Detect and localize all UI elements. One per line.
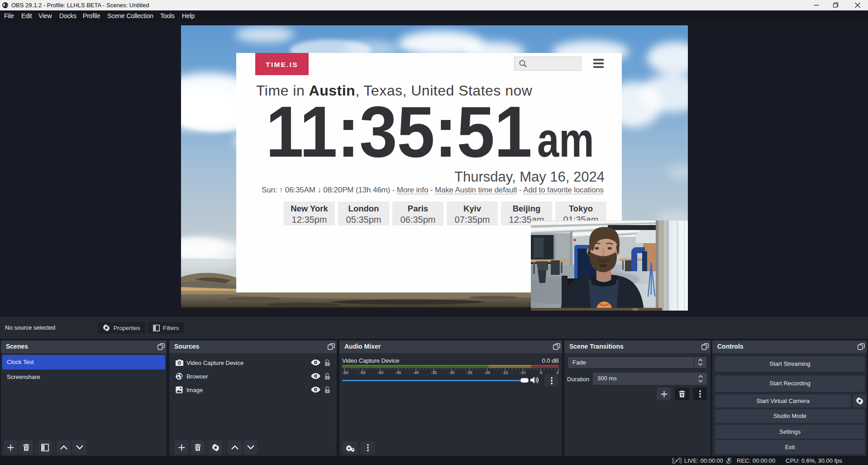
svg-text:0: 0 [556,370,558,375]
svg-text:-35: -35 [431,370,437,375]
svg-text:-60: -60 [342,370,348,375]
svg-text:-15: -15 [502,370,508,375]
svg-text:-10: -10 [520,370,526,375]
svg-text:-55: -55 [359,370,365,375]
svg-text:-20: -20 [484,370,490,375]
svg-text:-30: -30 [448,370,454,375]
svg-text:-5: -5 [539,370,543,375]
svg-text:-50: -50 [377,370,383,375]
svg-text:-45: -45 [395,370,401,375]
svg-text:-40: -40 [413,370,419,375]
svg-text:-25: -25 [467,370,472,375]
